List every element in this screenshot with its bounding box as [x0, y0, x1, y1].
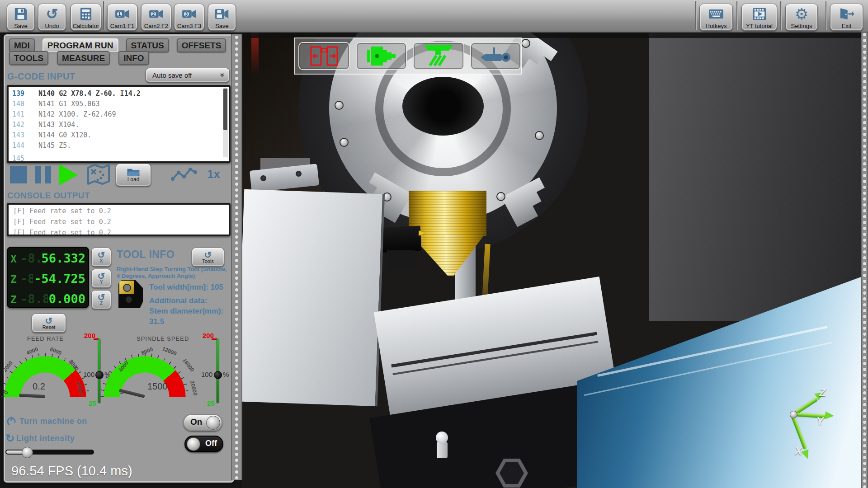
doors-icon: [308, 46, 340, 66]
off-toggle-label: Off: [205, 439, 217, 448]
hotkeys-button[interactable]: Hotkeys: [699, 4, 733, 31]
code-scrollbar-thumb[interactable]: [223, 89, 227, 130]
code-line[interactable]: 143N144 G0 X120.: [12, 131, 91, 139]
play-button[interactable]: [59, 164, 78, 186]
spindle-override-100: 100: [201, 371, 212, 378]
load-folder-icon: [127, 167, 140, 177]
bed-slot: [392, 341, 598, 375]
reset-all-button[interactable]: ↺ Reset: [32, 314, 66, 333]
console-line: [F] Feed rate set to 0.2: [13, 207, 111, 215]
toggle-doors-button[interactable]: [298, 42, 350, 70]
coolant-icon: [423, 45, 454, 67]
settings-button[interactable]: ⚙ Settings: [785, 4, 818, 31]
gizmo-origin: [790, 411, 797, 418]
light-off-toggle[interactable]: Off: [184, 436, 223, 452]
tool-stem-value: 31.5: [149, 317, 164, 326]
reset-y-button[interactable]: ↺ Y: [91, 269, 111, 288]
save-camera-icon: [215, 8, 229, 20]
save-view-button[interactable]: Save: [208, 4, 236, 31]
undo-button[interactable]: ↺ Undo: [38, 4, 66, 31]
undo-icon: ↺: [46, 5, 58, 23]
off-toggle-knob[interactable]: [187, 437, 200, 451]
code-scrollbar[interactable]: [223, 88, 228, 157]
toggle-coolant-button[interactable]: [413, 42, 464, 70]
calculator-icon: [80, 7, 92, 21]
tab-measure[interactable]: MEASURE: [57, 51, 110, 65]
toolpath-map-icon: [87, 164, 110, 185]
bed-slot: [391, 332, 597, 368]
refresh-icon: ↻: [5, 433, 14, 443]
code-line[interactable]: 142N143 X104.: [12, 121, 79, 129]
cam3-button[interactable]: 3 Cam3 F3: [174, 4, 204, 31]
tool-thumbnail-hole: [123, 284, 131, 292]
tools-reset-button[interactable]: ↺ Tools: [192, 248, 224, 267]
speed-graph-button[interactable]: [171, 166, 197, 184]
tab-info[interactable]: INFO: [118, 51, 149, 65]
load-button[interactable]: Load: [116, 164, 151, 186]
tab-mdi[interactable]: MDI: [9, 38, 35, 52]
rail-bolt: [260, 175, 266, 181]
reset-z-button[interactable]: ↺ Z: [91, 290, 111, 309]
code-line[interactable]: 140N141 G1 X95.063: [12, 100, 99, 108]
keyboard-icon: [708, 8, 724, 20]
bolt: [535, 131, 544, 140]
gizmo-x-label: X: [795, 445, 802, 457]
tab-program-run[interactable]: PROGRAM RUN: [42, 38, 118, 52]
cam1-button[interactable]: 1 Cam1 F1: [107, 4, 137, 31]
cnc-simulator-window: Z Y X Save ↺ Undo Calculator 1 Cam1 F1 2…: [0, 0, 868, 488]
light-label: Light intensity: [16, 434, 75, 443]
reset-icon: ↺: [98, 272, 105, 280]
exit-button[interactable]: Exit: [830, 4, 863, 31]
calculator-button[interactable]: Calculator: [71, 4, 101, 31]
spindle-override-thumb[interactable]: [214, 371, 222, 379]
reset-icon: ↺: [45, 317, 53, 325]
probe-ball: [436, 432, 448, 444]
dro-value: 56.332: [40, 251, 85, 265]
machine-3d-scene[interactable]: [242, 32, 868, 488]
on-toggle-knob[interactable]: [206, 416, 220, 430]
stop-button[interactable]: [10, 166, 27, 183]
code-line[interactable]: 141N142 X100. Z-62.469: [12, 110, 116, 118]
toggle-chuck-button[interactable]: [356, 42, 407, 70]
code-line[interactable]: 145: [12, 155, 28, 163]
pause-button[interactable]: [35, 166, 52, 183]
machine-door-panel: [242, 189, 385, 407]
yt-tutorial-button[interactable]: YT tutorial: [741, 4, 777, 31]
light-row: ↻ Light intensity: [5, 433, 75, 443]
code-line[interactable]: 139N140 G2 X78.4 Z-60. I14.2: [12, 89, 141, 98]
speed-multiplier[interactable]: 1x: [207, 167, 220, 181]
toolpath-map-button[interactable]: [87, 164, 110, 187]
cam2-button[interactable]: 2 Cam2 F2: [141, 4, 171, 31]
bolt: [521, 39, 530, 48]
toolbar-separator: [695, 1, 697, 30]
light-slider-track[interactable]: [5, 450, 94, 455]
fps-counter: 96.54 FPS (10.4 ms): [11, 464, 132, 479]
spindle-override-unit: %: [223, 371, 229, 378]
tab-status[interactable]: STATUS: [126, 38, 169, 52]
autosave-dropdown[interactable]: Auto save off »: [146, 68, 230, 82]
power-label: Turn machine on: [19, 417, 87, 426]
console-line: [F] Feed rate set to 0.2: [13, 229, 111, 236]
tab-tools[interactable]: TOOLS: [9, 51, 48, 65]
probe-stand: [437, 442, 448, 458]
feed-rate-value: 0.2: [33, 381, 45, 392]
console-output[interactable]: [F] Feed rate set to 0.2 [F] Feed rate s…: [7, 203, 231, 236]
code-line[interactable]: 144N145 Z5.: [12, 141, 71, 150]
light-slider-thumb[interactable]: [22, 447, 33, 458]
scene-top-strip: [242, 32, 868, 38]
toolbar-separator: [103, 1, 104, 30]
gcode-editor[interactable]: 139N140 G2 X78.4 Z-60. I14.2 140N141 G1 …: [7, 85, 231, 163]
reset-x-button[interactable]: ↺ X: [91, 248, 111, 267]
tool-post: [387, 250, 415, 270]
speed-graph-icon: [171, 166, 197, 183]
gizmo-y-label: Y: [816, 415, 824, 427]
power-row: Turn machine on: [6, 416, 87, 426]
machine-on-toggle[interactable]: On: [183, 414, 222, 431]
svg-text:2: 2: [152, 11, 155, 16]
tab-offsets[interactable]: OFFSETS: [177, 38, 226, 52]
save-button[interactable]: Save: [7, 4, 35, 31]
scene-right-wall: [649, 32, 868, 321]
panel-scroll-strip[interactable]: [231, 34, 242, 480]
tool-description: Right-Hand Step Turning Tool (Shallow, 4…: [117, 266, 231, 279]
toggle-tailstock-button[interactable]: [470, 42, 522, 70]
